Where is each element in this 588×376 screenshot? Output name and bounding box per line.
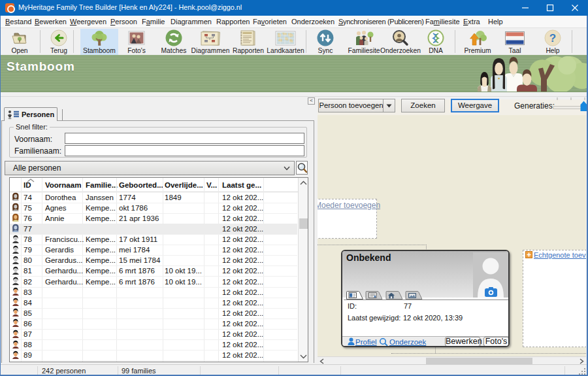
- svg-text:?: ?: [549, 32, 556, 44]
